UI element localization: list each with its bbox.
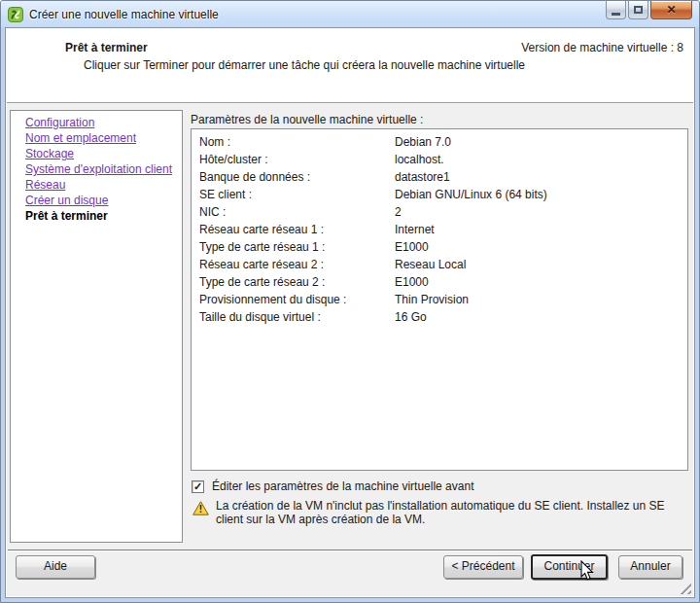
param-row: Hôte/cluster :localhost. — [192, 151, 687, 168]
help-button[interactable]: Aide — [16, 555, 95, 579]
titlebar[interactable]: Créer une nouvelle machine virtuelle ✕ — [1, 1, 699, 27]
cancel-button[interactable]: Annuler — [618, 555, 682, 579]
sidebar-item-pret-a-terminer-current: Prêt à terminer — [25, 208, 182, 224]
wizard-window: Créer une nouvelle machine virtuelle ✕ P… — [0, 0, 700, 603]
sidebar-item-creer-un-disque[interactable]: Créer un disque — [25, 194, 108, 207]
continue-button[interactable]: Continuer — [531, 554, 608, 580]
close-button[interactable]: ✕ — [650, 1, 692, 19]
param-row: Réseau carte réseau 1 :Internet — [192, 221, 687, 238]
edit-settings-label[interactable]: Éditer les paramètres de la machine virt… — [212, 479, 473, 493]
param-row: Provisionnement du disque :Thin Provisio… — [192, 291, 687, 308]
svg-text:!: ! — [199, 504, 202, 514]
previous-button[interactable]: < Précédent — [443, 555, 523, 579]
param-row: Type de carte réseau 2 :E1000 — [192, 273, 687, 291]
footer-separator — [8, 550, 692, 551]
sidebar-item-reseau[interactable]: Réseau — [25, 178, 65, 192]
warning-icon: ! — [192, 501, 209, 515]
sidebar-item-systeme-exploitation-client[interactable]: Système d'exploitation client — [25, 162, 172, 176]
wizard-header: Prêt à terminer Cliquer sur Terminer pou… — [7, 29, 693, 103]
resize-grip[interactable] — [679, 582, 691, 594]
maximize-icon — [634, 6, 643, 14]
minimize-icon — [612, 13, 620, 16]
param-row: Réseau carte réseau 2 :Reseau Local — [192, 256, 687, 273]
maximize-button[interactable] — [628, 1, 648, 19]
param-row: Nom :Debian 7.0 — [192, 133, 687, 151]
close-icon: ✕ — [666, 2, 676, 18]
edit-settings-row: ✓ Éditer les paramètres de la machine vi… — [192, 479, 473, 493]
vmware-app-icon — [8, 7, 23, 22]
vm-version-label: Version de machine virtuelle : 8 — [521, 41, 683, 54]
window-title: Créer une nouvelle machine virtuelle — [29, 8, 219, 21]
param-row: Taille du disque virtuel :16 Go — [192, 308, 687, 326]
check-icon: ✓ — [193, 480, 202, 492]
minimize-button[interactable] — [606, 1, 626, 19]
wizard-nav-panel: Configuration Nom et emplacement Stockag… — [10, 110, 183, 543]
sidebar-item-configuration[interactable]: Configuration — [25, 116, 94, 129]
warning-row: ! La création de la VM n'inclut pas l'in… — [192, 499, 691, 526]
params-summary-box: Nom :Debian 7.0 Hôte/cluster :localhost.… — [191, 128, 688, 471]
window-controls: ✕ — [606, 1, 692, 19]
param-row: Type de carte réseau 1 :E1000 — [192, 238, 687, 256]
sidebar-item-nom-et-emplacement[interactable]: Nom et emplacement — [25, 131, 136, 145]
param-row: NIC :2 — [192, 203, 687, 221]
step-title: Prêt à terminer — [65, 41, 148, 54]
dialog-frame: Prêt à terminer Cliquer sur Terminer pou… — [5, 27, 695, 598]
param-row: Banque de données :datastore1 — [192, 168, 687, 186]
param-row: SE client :Debian GNU/Linux 6 (64 bits) — [192, 186, 687, 203]
step-subtitle: Cliquer sur Terminer pour démarrer une t… — [84, 58, 525, 72]
warning-text: La création de la VM n'inclut pas l'inst… — [216, 499, 691, 526]
sidebar-item-stockage[interactable]: Stockage — [25, 147, 74, 160]
edit-settings-checkbox[interactable]: ✓ — [192, 480, 204, 493]
params-section-label: Paramètres de la nouvelle machine virtue… — [191, 113, 423, 126]
